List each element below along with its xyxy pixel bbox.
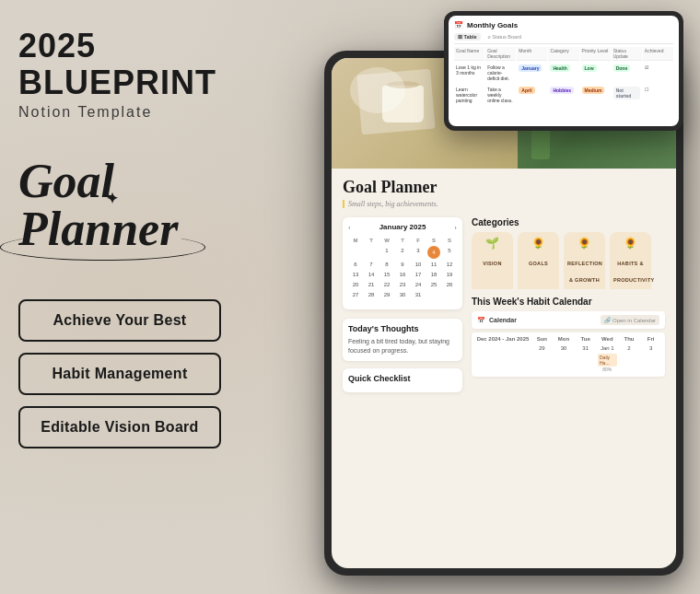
- cal-day[interactable]: 6: [348, 260, 363, 269]
- cal-day[interactable]: [364, 300, 379, 304]
- categories-title: Categories: [472, 217, 665, 227]
- row2-priority: Medium: [580, 85, 611, 105]
- cal-day[interactable]: 10: [411, 260, 426, 269]
- cal-day[interactable]: [348, 246, 363, 259]
- planner-word: ✦ Planner: [18, 205, 286, 253]
- calendar-month-title: January 2025: [379, 223, 426, 231]
- cal-day[interactable]: [348, 300, 363, 304]
- cal-day[interactable]: 23: [395, 280, 410, 289]
- habits-label: HABITS & PRODUCTIVITY: [613, 261, 655, 283]
- cal-day[interactable]: 14: [364, 270, 379, 279]
- mini-cal-row: 29 30 31 Jan 1 2 3: [475, 344, 661, 353]
- mini-cal-header: Dec 2024 - Jan 2025 Sun Mon Tue Wed Thu …: [475, 336, 661, 342]
- cal-day[interactable]: [442, 290, 457, 299]
- col-fri: Fri: [640, 336, 661, 342]
- cal-day[interactable]: 26: [442, 280, 457, 289]
- small-tablet-views: ⊞ Table ≡ Status Board: [454, 33, 673, 41]
- mini-calendar-grid: Dec 2024 - Jan 2025 Sun Mon Tue Wed Thu …: [472, 332, 665, 377]
- categories-section: Categories 🌱 VISION 🌻 GOALS 🌻: [472, 217, 665, 289]
- calendar-emoji-icon: 📅: [454, 21, 463, 29]
- cal-day[interactable]: 25: [426, 280, 441, 289]
- row1-achieved: ☑: [643, 63, 673, 83]
- cal-day[interactable]: 24: [411, 280, 426, 289]
- editable-vision-board-button[interactable]: Editable Vision Board: [18, 406, 221, 448]
- category-goals[interactable]: 🌻 GOALS: [518, 232, 559, 289]
- cal-day[interactable]: 3: [411, 246, 426, 259]
- cal-day[interactable]: 12: [442, 260, 457, 269]
- calendar-widget: ‹ January 2025 › M T W T F S S: [343, 217, 462, 309]
- cal-day[interactable]: [411, 300, 426, 304]
- cal-day[interactable]: 7: [364, 260, 379, 269]
- cal-day[interactable]: [395, 300, 410, 304]
- cal-day[interactable]: 20: [348, 280, 363, 289]
- cal-day[interactable]: [379, 300, 394, 304]
- date-31: 31: [575, 344, 596, 353]
- categories-grid: 🌱 VISION 🌻 GOALS 🌻 REFLECTION & GROWTH: [472, 232, 665, 289]
- cal-day[interactable]: 21: [364, 280, 379, 289]
- cal-day[interactable]: 22: [379, 280, 394, 289]
- status-board-view-button[interactable]: ≡ Status Board: [484, 33, 526, 41]
- cal-day[interactable]: 28: [364, 290, 379, 299]
- cal-day-today[interactable]: 4: [427, 246, 440, 259]
- cal-day[interactable]: 5: [442, 246, 457, 259]
- year-blueprint-title: 2025 BLUEPRINT: [18, 28, 286, 100]
- cal-day[interactable]: 17: [411, 270, 426, 279]
- thoughts-title: Today's Thoughts: [348, 324, 457, 333]
- cal-day[interactable]: [442, 300, 457, 304]
- habit-calendar-title: This Week's Habit Calendar: [472, 297, 665, 307]
- goals-label: GOALS: [529, 261, 548, 266]
- col-category: Category: [548, 47, 578, 61]
- right-column: Categories 🌱 VISION 🌻 GOALS 🌻: [472, 217, 665, 392]
- cal-day[interactable]: [426, 300, 441, 304]
- cal-day[interactable]: 13: [348, 270, 363, 279]
- table-view-button[interactable]: ⊞ Table: [454, 33, 481, 41]
- col-goal-name: Goal Name: [454, 47, 484, 61]
- cal-day[interactable]: 30: [395, 290, 410, 299]
- event-cell: [554, 353, 575, 373]
- habit-calendar-bar: 📅 Calendar 🔗 Open in Calendar: [472, 311, 665, 329]
- col-mon: Mon: [554, 336, 575, 342]
- col-achieved: Achieved: [643, 47, 673, 61]
- calendar-prev-button[interactable]: ‹: [348, 223, 351, 231]
- thoughts-text: Feeling a bit tired today, but staying f…: [348, 337, 457, 355]
- col-thu: Thu: [619, 336, 640, 342]
- open-calendar-button[interactable]: 🔗 Open in Calendar: [601, 315, 659, 325]
- category-vision[interactable]: 🌱 VISION: [472, 232, 513, 289]
- cal-day[interactable]: [364, 246, 379, 259]
- cal-day[interactable]: 9: [395, 260, 410, 269]
- category-reflection[interactable]: 🌻 REFLECTION & GROWTH: [564, 232, 605, 289]
- cal-day[interactable]: 11: [426, 260, 441, 269]
- cal-day[interactable]: 18: [426, 270, 441, 279]
- small-tablet-title: Monthly Goals: [467, 21, 518, 29]
- row2-goal: Learn watercolor painting: [454, 85, 484, 105]
- date-29: 29: [531, 344, 553, 353]
- notion-template-subtitle: Notion Template: [18, 104, 286, 121]
- reflection-icon: 🌻: [567, 237, 601, 250]
- event-cell: [619, 353, 640, 373]
- date-range-label: Dec 2024 - Jan 2025: [475, 336, 531, 342]
- cal-header-sat: S: [426, 236, 441, 245]
- table-row: Learn watercolor painting Take a weekly …: [454, 85, 673, 105]
- cal-header-wed: W: [379, 236, 394, 245]
- cal-day[interactable]: 27: [348, 290, 363, 299]
- cal-day[interactable]: 29: [379, 290, 394, 299]
- cal-day[interactable]: 31: [411, 290, 426, 299]
- cal-day[interactable]: 2: [395, 246, 410, 259]
- cal-day[interactable]: [426, 290, 441, 299]
- cal-header-tue: T: [364, 236, 379, 245]
- achieve-best-button[interactable]: Achieve Your Best: [18, 299, 221, 342]
- cal-day[interactable]: 1: [379, 246, 394, 259]
- cal-day[interactable]: 15: [379, 270, 394, 279]
- checklist-box: Quick Checklist: [343, 368, 462, 392]
- cal-day[interactable]: 19: [442, 270, 457, 279]
- reflection-label: REFLECTION & GROWTH: [567, 261, 602, 283]
- calendar-next-button[interactable]: ›: [454, 223, 457, 231]
- checklist-title: Quick Checklist: [348, 374, 457, 383]
- habit-management-button[interactable]: Habit Management: [18, 353, 221, 395]
- cal-day[interactable]: 16: [395, 270, 410, 279]
- daily-habit-badge[interactable]: Daily Ha...: [598, 354, 617, 367]
- event-cell: [575, 353, 596, 373]
- cal-day[interactable]: 8: [379, 260, 394, 269]
- category-habits[interactable]: 🌻 HABITS & PRODUCTIVITY: [610, 232, 651, 289]
- left-column: ‹ January 2025 › M T W T F S S: [343, 217, 462, 392]
